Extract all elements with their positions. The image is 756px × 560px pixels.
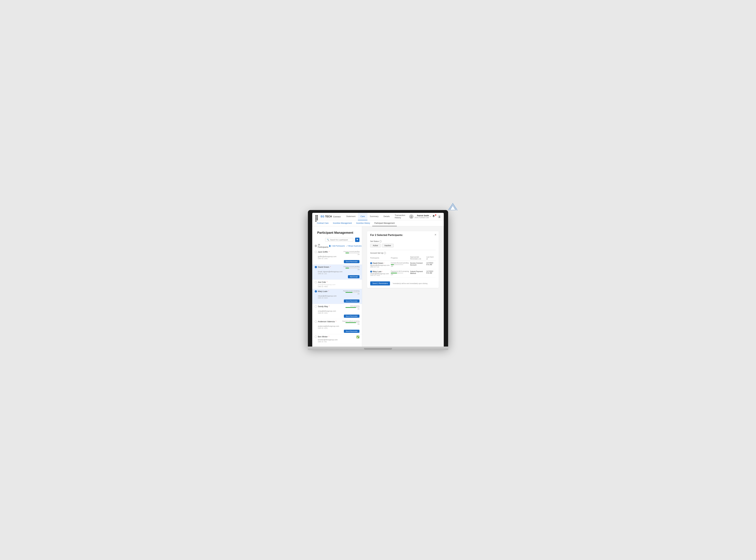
laptop-hinge <box>364 348 392 349</box>
sub-nav-incentive-management[interactable]: Incentive Management <box>331 220 354 226</box>
notification-badge <box>435 214 436 216</box>
reminder-note: *reminder(s) will be sent immediately up… <box>393 283 427 284</box>
close-button[interactable]: ✕ <box>434 233 437 236</box>
participant-name-section: Jack Griffin * <box>315 251 330 253</box>
send-reminders-button[interactable]: Send 2 Reminders <box>370 281 390 285</box>
table-cell-last-sent: 11/7/2022 9:41 AM <box>426 269 436 278</box>
table-cell-progress: Connect Account pending 1/4 <box>391 261 410 269</box>
table-row: ✓ David Green * dgreen@ethosgroup.com DM… <box>370 261 436 269</box>
filter-button[interactable] <box>355 238 359 242</box>
svg-point-4 <box>453 204 454 205</box>
count-icon <box>315 245 317 247</box>
svg-point-40 <box>410 217 413 218</box>
svg-point-43 <box>439 217 440 218</box>
complete-icon: ✅ <box>356 336 359 338</box>
table-progress-bar <box>391 264 403 265</box>
col-participants: Participants <box>370 255 391 261</box>
search-icon: 🔍 <box>327 239 329 241</box>
progress-section: Connect Account pending 1/4 <box>343 251 359 255</box>
account-setup-info-icon[interactable]: i <box>384 252 386 254</box>
svg-point-31 <box>450 210 450 211</box>
add-email-button[interactable]: Add Email <box>348 275 359 278</box>
checkbox-checked-small: ✓ <box>370 271 372 273</box>
tab-statement[interactable]: Statement <box>344 213 358 220</box>
main-nav: Statement Care Summary Details Transacti… <box>344 213 409 220</box>
tab-transaction-history[interactable]: Transaction History <box>392 213 409 220</box>
right-panel: For 2 Selected Participants: ✕ Set Statu… <box>367 231 439 288</box>
radio-circle[interactable] <box>315 336 317 338</box>
checkbox-checked[interactable]: ✓ <box>315 266 317 268</box>
add-participants-link[interactable]: 👤+ Add Participants <box>329 245 345 247</box>
laptop-base <box>308 346 448 350</box>
user-name-block: Patrick Smith 2919 | Contract Care <box>415 215 429 218</box>
set-status-info-icon[interactable]: i <box>379 240 382 242</box>
svg-point-5 <box>451 205 452 206</box>
sub-nav-participant-management[interactable]: Participant Management <box>372 220 397 226</box>
bell-icon[interactable] <box>432 215 436 218</box>
svg-point-29 <box>456 209 457 209</box>
tab-care[interactable]: Care <box>358 213 367 220</box>
table-progress-bar <box>391 273 403 274</box>
participant-name-section: ✓ David Green * <box>315 266 331 268</box>
table-cell-progress: Payment & W-9 remaining 2/4 <box>391 269 410 278</box>
merge-icon: ⤢ <box>346 245 348 247</box>
chevron-down-icon: ▾ <box>430 216 431 217</box>
sub-nav-contract-care[interactable]: Contract Care <box>315 220 331 226</box>
svg-point-2 <box>453 203 453 204</box>
list-item[interactable]: ✓ Mary Luan * Payment & W-9 remaining <box>312 289 362 304</box>
user-info[interactable]: Patrick Smith 2919 | Contract Care ▾ <box>409 214 431 219</box>
set-status-label: Set Status i <box>370 240 436 242</box>
svg-point-33 <box>452 210 453 211</box>
table-cell-participant: ✓ Mary Luan * mluan@ethosgroup.com DMS I… <box>370 269 391 278</box>
svg-point-7 <box>454 205 454 206</box>
list-item[interactable]: ✓ David Green * Connect Account pending <box>312 264 362 280</box>
list-item[interactable]: Joe Cole * jcole@ethosgroup.com DMS ID: … <box>312 280 362 289</box>
send-reminder-button[interactable]: Send Reminder <box>344 299 359 303</box>
add-icon: 👤+ <box>329 245 332 247</box>
avatar <box>409 214 414 219</box>
svg-point-12 <box>450 207 451 207</box>
svg-point-34 <box>453 210 454 211</box>
tab-summary[interactable]: Summary <box>367 213 381 220</box>
send-reminder-button[interactable]: Send Reminder <box>344 315 359 318</box>
svg-point-37 <box>457 210 457 211</box>
table-cell-last-sent: 11/7/2022 9:41 AM <box>426 261 436 269</box>
radio-circle[interactable] <box>315 321 317 323</box>
app-header: EG TECH Connect Statement Care Summary D… <box>312 213 444 220</box>
send-reminder-button[interactable]: Send Reminder <box>344 260 359 263</box>
list-item[interactable]: Jack Griffin * Connect Account pending 1… <box>312 249 362 264</box>
search-input[interactable] <box>330 239 352 241</box>
progress-section: Connect Account pending 1/4 <box>343 266 359 271</box>
account-setup-table: Participants Progress Appropriate Remind… <box>370 255 436 278</box>
participant-count: 26 Participants <box>315 243 329 248</box>
list-item[interactable]: Anderson Valencia * Payment method remai… <box>312 319 362 334</box>
participants-header: 26 Participants 👤+ Add Participants ⤢ Me… <box>312 243 362 249</box>
radio-circle[interactable] <box>315 305 317 307</box>
progress-bar <box>345 268 359 268</box>
list-item[interactable]: Sandy May * W-9 remaining 3/4 <box>312 304 362 319</box>
send-reminder-button[interactable]: Send Reminder <box>344 330 359 333</box>
active-status-button[interactable]: Active <box>370 244 381 247</box>
grid-menu-icon[interactable] <box>315 214 319 219</box>
inactive-status-button[interactable]: Inactive <box>382 244 394 247</box>
progress-section: W-9 remaining 3/4 <box>344 305 359 310</box>
actions-row: 👤+ Add Participants ⤢ Merge Duplicates <box>329 245 362 247</box>
progress-section: Payment & W-9 remaining 2/4 <box>343 290 359 295</box>
list-item[interactable]: Ben Minter * ✅ bminter@ethosgroup.com DM… <box>312 334 362 344</box>
participant-name-section: ✓ Mary Luan * <box>315 290 329 293</box>
sub-nav-incentive-history[interactable]: Incentive History <box>354 220 372 226</box>
main-content: Participant Management 🔍 <box>312 226 444 346</box>
checkbox-checked[interactable]: ✓ <box>315 290 317 293</box>
radio-circle[interactable] <box>315 281 317 283</box>
progress-section: Payment method remaining 3/4 <box>342 320 359 325</box>
svg-point-17 <box>449 208 450 208</box>
radio-circle[interactable] <box>315 251 317 253</box>
merge-duplicates-link[interactable]: ⤢ Merge Duplicates <box>346 245 362 247</box>
svg-point-3 <box>452 204 453 205</box>
user-menu-icon[interactable] <box>438 215 441 218</box>
tab-details[interactable]: Details <box>381 213 392 220</box>
progress-bar <box>345 307 359 308</box>
svg-point-15 <box>454 207 454 207</box>
svg-point-39 <box>411 216 412 217</box>
svg-point-42 <box>439 216 440 217</box>
